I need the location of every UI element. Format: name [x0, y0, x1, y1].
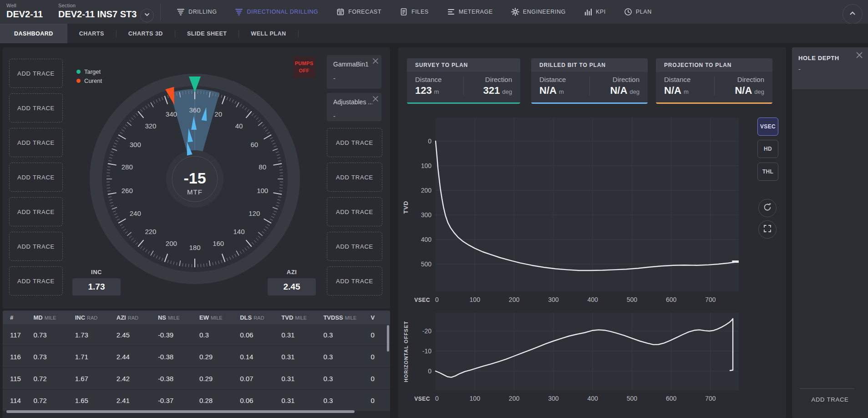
collapse-button[interactable]: [843, 4, 863, 24]
tab-dashboard[interactable]: DASHBOARD: [0, 24, 67, 43]
add-trace-button[interactable]: ADD TRACE: [9, 93, 63, 122]
svg-text:120: 120: [249, 209, 260, 217]
add-trace-button[interactable]: ADD TRACE: [327, 163, 382, 192]
survey-table-header: #MDMILEINCRADAZIRADNSMILEEWMILEDLSRADTVD…: [3, 311, 390, 324]
azi-readout: 2.45: [268, 278, 316, 296]
nav-item-label: METERAGE: [459, 9, 493, 15]
tab-slide-sheet[interactable]: SLIDE SHEET: [175, 24, 239, 43]
svg-text:0: 0: [428, 138, 431, 145]
direction-value: 321deg: [472, 85, 512, 97]
column-header-ew: EWMILE: [199, 314, 240, 321]
add-trace-button[interactable]: ADD TRACE: [327, 197, 382, 226]
add-trace-button[interactable]: ADD TRACE: [9, 197, 63, 226]
svg-text:180: 180: [189, 244, 200, 251]
nav-item-label: PLAN: [636, 9, 652, 15]
svg-text:300: 300: [421, 211, 432, 219]
svg-text:500: 500: [627, 395, 638, 402]
nav-item-meterage[interactable]: METERAGE: [447, 8, 493, 16]
well-label: Well: [6, 3, 43, 8]
nav-item-kpi[interactable]: KPI: [584, 8, 606, 16]
svg-text:60: 60: [250, 141, 258, 148]
column-header-ns: NSMILE: [158, 314, 199, 321]
svg-text:0: 0: [435, 395, 439, 402]
nav-item-plan[interactable]: PLAN: [624, 8, 652, 16]
chevron-up-icon: [848, 9, 857, 19]
table-row[interactable]: 1170.731.732.45-0.390.30.060.310.30: [3, 324, 390, 346]
distance-value: N/Am: [539, 85, 581, 97]
table-row[interactable]: 1140.721.652.41-0.370.280.060.310.30: [3, 390, 390, 412]
distance-readout: DistanceN/Am: [531, 76, 589, 97]
trace-card-gammabin1: GammaBin1 -: [327, 55, 381, 89]
column-header-tvd: TVDMILE: [281, 314, 323, 321]
kpi-icon: [584, 8, 592, 16]
table-cell: 0.3: [323, 397, 371, 404]
distance-readout: Distance123m: [407, 76, 463, 97]
nav-item-label: FILES: [411, 9, 429, 15]
fullscreen-button[interactable]: [758, 220, 777, 239]
table-cell: 117: [3, 331, 34, 339]
close-icon[interactable]: [855, 51, 863, 61]
distance-label: Distance: [415, 76, 455, 83]
survey-table-body: 1170.731.732.45-0.390.30.060.310.301160.…: [3, 324, 390, 412]
add-trace-button[interactable]: ADD TRACE: [327, 232, 382, 261]
section-selector[interactable]: [140, 9, 154, 22]
trace-card-title: GammaBin1: [333, 61, 372, 68]
nav-item-directional-drilling[interactable]: DIRECTIONAL DRILLING: [235, 8, 318, 16]
refresh-button[interactable]: [758, 199, 777, 217]
svg-text:500: 500: [421, 260, 432, 268]
mode-button-hd[interactable]: HD: [757, 140, 778, 158]
nav-item-drilling[interactable]: DRILLING: [177, 8, 217, 16]
directional-drilling-icon: [235, 8, 243, 16]
inc-label: INC: [72, 269, 121, 275]
add-trace-bottom-button[interactable]: ADD TRACE: [792, 396, 868, 403]
svg-text:200: 200: [509, 395, 520, 402]
app-window: Well DEV2-11 Section DEV2-11 INS7 ST3 DR…: [0, 0, 868, 418]
tab-label: SLIDE SHEET: [187, 31, 227, 37]
svg-text:TVD: TVD: [402, 201, 409, 214]
distance-value: 123m: [415, 85, 455, 97]
table-cell: 0.3: [323, 375, 371, 382]
table-cell: 115: [3, 375, 34, 382]
svg-text:HORIZONTAL OFFSET: HORIZONTAL OFFSET: [403, 321, 409, 382]
azi-label: AZI: [268, 269, 316, 275]
table-cell: -0.38: [158, 375, 199, 382]
table-cell: 0.29: [199, 375, 240, 382]
mode-button-thl[interactable]: THL: [757, 163, 778, 181]
add-trace-button[interactable]: ADD TRACE: [9, 266, 63, 296]
table-cell: 0.31: [281, 375, 323, 382]
direction-value: N/Adeg: [723, 85, 765, 97]
vertical-scrollbar[interactable]: [387, 325, 389, 352]
nav-item-forecast[interactable]: FORECAST: [336, 8, 381, 16]
section-block: Section DEV2-11 INS7 ST3: [58, 3, 137, 20]
pumps-line1: PUMPS: [295, 60, 314, 67]
add-trace-button[interactable]: ADD TRACE: [9, 232, 63, 261]
add-trace-button[interactable]: ADD TRACE: [9, 128, 63, 157]
tab-charts-3d[interactable]: CHARTS 3D: [117, 24, 175, 43]
nav-item-files[interactable]: FILES: [400, 8, 429, 16]
gear-icon: [511, 8, 519, 16]
section-value: DEV2-11 INS7 ST3: [58, 9, 137, 20]
tab-label: CHARTS 3D: [128, 31, 163, 37]
add-trace-button[interactable]: ADD TRACE: [327, 128, 382, 157]
tab-well-plan[interactable]: WELL PLAN: [239, 24, 298, 43]
table-cell: 0.31: [281, 353, 323, 361]
add-trace-button[interactable]: ADD TRACE: [9, 163, 63, 192]
table-cell: 0.06: [240, 397, 281, 404]
svg-text:160: 160: [213, 240, 224, 247]
svg-text:20: 20: [214, 110, 222, 118]
add-trace-button[interactable]: ADD TRACE: [9, 59, 63, 88]
add-trace-button[interactable]: ADD TRACE: [327, 266, 382, 296]
nav-item-engineering[interactable]: ENGINEERING: [511, 8, 566, 16]
close-icon[interactable]: [372, 95, 379, 104]
table-cell: 1.65: [75, 397, 117, 404]
tab-charts[interactable]: CHARTS: [67, 24, 116, 43]
table-cell: 0: [371, 375, 390, 382]
direction-label: Direction: [723, 76, 765, 83]
table-row[interactable]: 1150.721.672.42-0.380.290.070.310.30: [3, 368, 390, 390]
hole-depth-value: -: [792, 61, 868, 73]
close-icon[interactable]: [372, 57, 379, 66]
table-row[interactable]: 1160.731.712.44-0.380.290.140.310.30: [3, 346, 390, 368]
horizontal-scrollbar[interactable]: [6, 410, 355, 413]
mode-button-vsec[interactable]: VSEC: [757, 117, 778, 136]
svg-text:VSEC: VSEC: [414, 396, 430, 402]
